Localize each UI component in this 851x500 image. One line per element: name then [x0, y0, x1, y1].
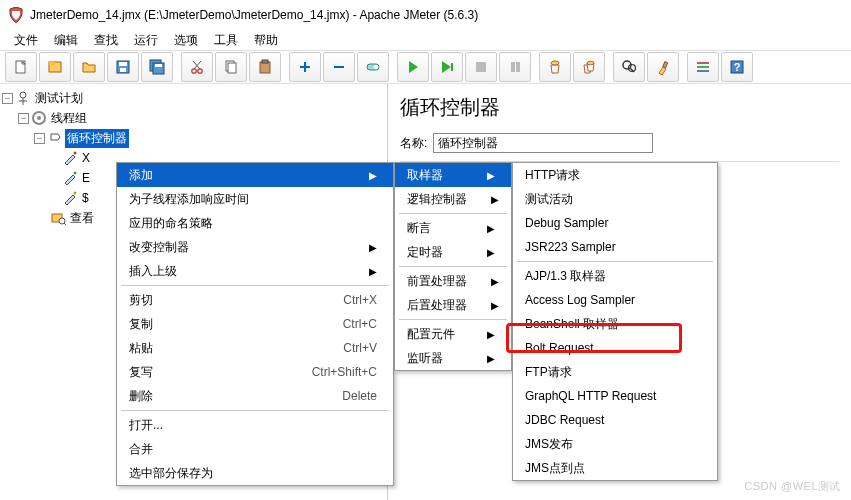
tree-thread-group[interactable]: − 线程组 [2, 108, 385, 128]
menu-options[interactable]: 选项 [168, 30, 204, 51]
separator [399, 319, 507, 320]
app-icon [8, 7, 24, 23]
separator [399, 266, 507, 267]
tb-reset-search[interactable] [647, 52, 679, 82]
svg-point-29 [551, 61, 559, 65]
ctx-postproc[interactable]: 后置处理器▶ [395, 293, 511, 317]
tree-loop-controller[interactable]: − 循环控制器 [2, 128, 385, 148]
ctx-delete[interactable]: 删除Delete [117, 384, 393, 408]
svg-point-30 [587, 61, 594, 65]
ctx-thread-response-time[interactable]: 为子线程添加响应时间 [117, 187, 393, 211]
tb-toggle[interactable] [357, 52, 389, 82]
panel-title: 循环控制器 [400, 94, 839, 121]
separator [517, 261, 713, 262]
tb-help[interactable]: ? [721, 52, 753, 82]
ctx-open[interactable]: 打开... [117, 413, 393, 437]
tb-new[interactable] [5, 52, 37, 82]
ctx-sampler[interactable]: 取样器▶ [395, 163, 511, 187]
ctx-http-request[interactable]: HTTP请求 [513, 163, 717, 187]
svg-rect-5 [119, 62, 127, 66]
ctx-copy[interactable]: 复制Ctrl+C [117, 312, 393, 336]
tb-paste[interactable] [249, 52, 281, 82]
ctx-paste[interactable]: 粘贴Ctrl+V [117, 336, 393, 360]
tree-root[interactable]: − 测试计划 [2, 88, 385, 108]
ctx-cut[interactable]: 剪切Ctrl+X [117, 288, 393, 312]
ctx-beanshell[interactable]: BeanShell 取样器 [513, 312, 717, 336]
menu-run[interactable]: 运行 [128, 30, 164, 51]
ctx-test-action[interactable]: 测试活动 [513, 187, 717, 211]
ctx-ftp[interactable]: FTP请求 [513, 360, 717, 384]
svg-rect-34 [663, 62, 668, 68]
sampler-icon [62, 170, 78, 186]
menu-edit[interactable]: 编辑 [48, 30, 84, 51]
ctx-naming-policy[interactable]: 应用的命名策略 [117, 211, 393, 235]
tb-copy[interactable] [215, 52, 247, 82]
svg-rect-9 [155, 64, 162, 67]
ctx-ajp[interactable]: AJP/1.3 取样器 [513, 264, 717, 288]
svg-rect-37 [697, 70, 709, 72]
tb-templates[interactable] [39, 52, 71, 82]
tb-cut[interactable] [181, 52, 213, 82]
tb-open[interactable] [73, 52, 105, 82]
ctx-logic[interactable]: 逻辑控制器▶ [395, 187, 511, 211]
tb-save-all[interactable] [141, 52, 173, 82]
expand-icon[interactable]: − [2, 93, 13, 104]
sampler-icon [62, 190, 78, 206]
ctx-bolt[interactable]: Bolt Request [513, 336, 717, 360]
svg-point-10 [192, 69, 196, 73]
ctx-merge[interactable]: 合并 [117, 437, 393, 461]
separator [121, 410, 389, 411]
ctx-add[interactable]: 添加▶ [117, 163, 393, 187]
chevron-right-icon: ▶ [487, 353, 495, 364]
ctx-config[interactable]: 配置元件▶ [395, 322, 511, 346]
menu-find[interactable]: 查找 [88, 30, 124, 51]
controller-icon [47, 130, 63, 146]
ctx-access-log[interactable]: Access Log Sampler [513, 288, 717, 312]
svg-line-13 [193, 61, 200, 69]
ctx-listener[interactable]: 监听器▶ [395, 346, 511, 370]
tb-clear[interactable] [539, 52, 571, 82]
svg-marker-28 [516, 62, 520, 72]
tb-collapse[interactable] [323, 52, 355, 82]
ctx-preproc[interactable]: 前置处理器▶ [395, 269, 511, 293]
tb-function-helper[interactable] [687, 52, 719, 82]
ctx-save-selection[interactable]: 选中部分保存为 [117, 461, 393, 485]
ctx-jms-pub[interactable]: JMS发布 [513, 432, 717, 456]
ctx-jsr223[interactable]: JSR223 Sampler [513, 235, 717, 259]
svg-rect-15 [228, 63, 236, 73]
ctx-jdbc[interactable]: JDBC Request [513, 408, 717, 432]
menu-help[interactable]: 帮助 [248, 30, 284, 51]
tb-save[interactable] [107, 52, 139, 82]
tb-start[interactable] [397, 52, 429, 82]
svg-point-22 [374, 65, 379, 70]
ctx-jms-p2p[interactable]: JMS点到点 [513, 456, 717, 480]
tb-expand[interactable] [289, 52, 321, 82]
name-input[interactable] [433, 133, 653, 153]
tb-shutdown[interactable] [499, 52, 531, 82]
tb-clear-all[interactable] [573, 52, 605, 82]
tb-stop[interactable] [465, 52, 497, 82]
testplan-icon [15, 90, 31, 106]
listener-icon [50, 210, 66, 226]
expand-icon[interactable]: − [34, 133, 45, 144]
ctx-debug-sampler[interactable]: Debug Sampler [513, 211, 717, 235]
svg-line-50 [64, 223, 66, 225]
expand-icon[interactable]: − [18, 113, 29, 124]
chevron-right-icon: ▶ [487, 247, 495, 258]
ctx-timer[interactable]: 定时器▶ [395, 240, 511, 264]
tb-start-no-timers[interactable] [431, 52, 463, 82]
ctx-graphql[interactable]: GraphQL HTTP Request [513, 384, 717, 408]
ctx-change-controller[interactable]: 改变控制器▶ [117, 235, 393, 259]
chevron-right-icon: ▶ [369, 170, 377, 181]
svg-marker-23 [409, 61, 418, 73]
titlebar: JmeterDemo_14.jmx (E:\JmeterDemo\JmeterD… [0, 0, 851, 30]
ctx-insert-parent[interactable]: 插入上级▶ [117, 259, 393, 283]
menu-tools[interactable]: 工具 [208, 30, 244, 51]
tree-loop-label: 循环控制器 [65, 129, 129, 148]
svg-point-47 [74, 192, 77, 195]
threadgroup-icon [31, 110, 47, 126]
tb-search[interactable] [613, 52, 645, 82]
ctx-duplicate[interactable]: 复写Ctrl+Shift+C [117, 360, 393, 384]
menu-file[interactable]: 文件 [8, 30, 44, 51]
ctx-assertion[interactable]: 断言▶ [395, 216, 511, 240]
